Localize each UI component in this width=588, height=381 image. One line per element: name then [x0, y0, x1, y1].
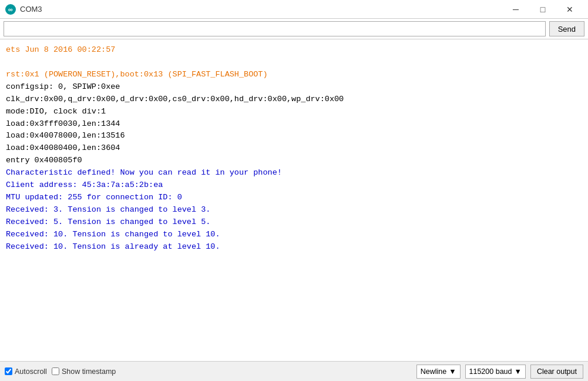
baud-dropdown[interactable]: 115200 baud ▼ — [465, 365, 526, 379]
output-line: Characteristic defined! Now you can read… — [6, 167, 582, 179]
output-line: Received: 5. Tension is changed to level… — [6, 216, 582, 229]
output-line: entry 0x400805f0 — [6, 155, 582, 167]
output-line: configsip: 0, SPIWP:0xee — [6, 81, 582, 93]
svg-text:∞: ∞ — [8, 6, 13, 13]
output-line: load:0x40080400,len:3604 — [6, 142, 582, 155]
window-controls: ─ □ ✕ — [502, 0, 583, 19]
baud-chevron-icon: ▼ — [515, 367, 522, 376]
output-line — [6, 56, 582, 69]
minimize-button[interactable]: ─ — [502, 0, 529, 19]
output-line: Received: 3. Tension is changed to level… — [6, 204, 582, 216]
status-bar: Autoscroll Show timestamp Newline ▼ 1152… — [0, 361, 588, 381]
output-line: rst:0x1 (POWERON_RESET),boot:0x13 (SPI_F… — [6, 69, 582, 81]
show-timestamp-label[interactable]: Show timestamp — [52, 367, 116, 376]
output-line: Received: 10. Tension is already at leve… — [6, 241, 582, 253]
send-input[interactable] — [4, 21, 546, 36]
autoscroll-checkbox[interactable] — [5, 367, 12, 375]
output-line: load:0x40078000,len:13516 — [6, 130, 582, 142]
output-line: Received: 10. Tension is changed to leve… — [6, 229, 582, 241]
newline-label: Newline — [421, 367, 446, 376]
output-line: load:0x3fff0030,len:1344 — [6, 118, 582, 131]
newline-dropdown[interactable]: Newline ▼ — [416, 365, 461, 379]
baud-label: 115200 baud — [469, 367, 512, 376]
close-button[interactable]: ✕ — [556, 0, 583, 19]
output-line: clk_drv:0x00,q_drv:0x00,d_drv:0x00,cs0_d… — [6, 93, 582, 106]
output-line: ets Jun 8 2016 00:22:57 — [6, 44, 582, 56]
output-line: Client address: 45:3a:7a:a5:2b:ea — [6, 179, 582, 192]
maximize-button[interactable]: □ — [529, 0, 556, 19]
send-button[interactable]: Send — [549, 21, 584, 36]
serial-output: ets Jun 8 2016 00:22:57 rst:0x1 (POWERON… — [0, 39, 588, 361]
titlebar: ∞ COM3 ─ □ ✕ — [0, 0, 588, 19]
autoscroll-label[interactable]: Autoscroll — [5, 367, 47, 376]
send-bar: Send — [0, 19, 588, 39]
show-timestamp-text: Show timestamp — [62, 367, 116, 376]
output-line: mode:DIO, clock div:1 — [6, 106, 582, 118]
clear-output-button[interactable]: Clear output — [530, 365, 583, 379]
newline-chevron-icon: ▼ — [449, 367, 456, 376]
show-timestamp-checkbox[interactable] — [52, 367, 59, 375]
window-title: COM3 — [20, 5, 502, 14]
arduino-icon: ∞ — [5, 4, 16, 15]
output-line: MTU updated: 255 for connection ID: 0 — [6, 192, 582, 204]
autoscroll-text: Autoscroll — [15, 367, 47, 376]
